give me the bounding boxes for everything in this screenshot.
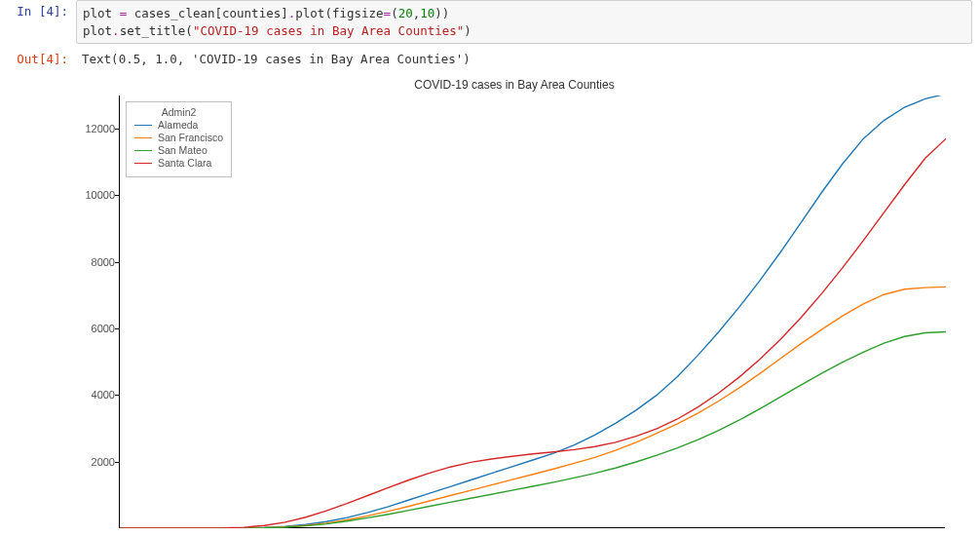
ytick-label: 4000 xyxy=(76,389,115,401)
output-text: Text(0.5, 1.0, 'COVID-19 cases in Bay Ar… xyxy=(76,48,980,70)
ytick-label: 10000 xyxy=(76,189,115,201)
legend-swatch xyxy=(134,150,152,151)
legend: Admin2 AlamedaSan FranciscoSan MateoSant… xyxy=(126,101,232,177)
legend-swatch xyxy=(134,163,152,164)
output-cell: Out[4]: Text(0.5, 1.0, 'COVID-19 cases i… xyxy=(0,48,980,70)
legend-label: San Francisco xyxy=(158,132,223,144)
plot-output: COVID-19 cases in Bay Area Counties 2000… xyxy=(76,78,953,536)
legend-item: San Francisco xyxy=(134,132,223,144)
ytick-label: 12000 xyxy=(76,123,115,134)
legend-item: San Mateo xyxy=(134,144,223,157)
ytick-label: 6000 xyxy=(76,323,115,334)
legend-item: Santa Clara xyxy=(134,157,223,170)
legend-item: Alameda xyxy=(134,119,223,132)
series-line xyxy=(120,138,946,528)
chart-title: COVID-19 cases in Bay Area Counties xyxy=(76,78,953,92)
legend-label: Santa Clara xyxy=(158,157,211,170)
input-cell: In [4]: plot = cases_clean[counties].plo… xyxy=(0,0,980,44)
axes-area: Admin2 AlamedaSan FranciscoSan MateoSant… xyxy=(119,96,945,528)
series-line xyxy=(120,287,946,528)
legend-title: Admin2 xyxy=(134,106,223,118)
series-line xyxy=(120,96,946,528)
series-line xyxy=(120,332,946,529)
legend-swatch xyxy=(134,125,152,126)
figure-canvas: COVID-19 cases in Bay Area Counties 2000… xyxy=(76,78,953,536)
lines-svg xyxy=(120,96,946,528)
ytick-label: 2000 xyxy=(76,456,115,468)
code-input[interactable]: plot = cases_clean[counties].plot(figsiz… xyxy=(76,0,972,44)
legend-label: San Mateo xyxy=(158,144,207,157)
legend-label: Alameda xyxy=(158,119,198,132)
out-prompt: Out[4]: xyxy=(0,48,76,70)
ytick-label: 8000 xyxy=(76,256,115,268)
in-prompt: In [4]: xyxy=(0,0,76,22)
legend-swatch xyxy=(134,137,152,138)
